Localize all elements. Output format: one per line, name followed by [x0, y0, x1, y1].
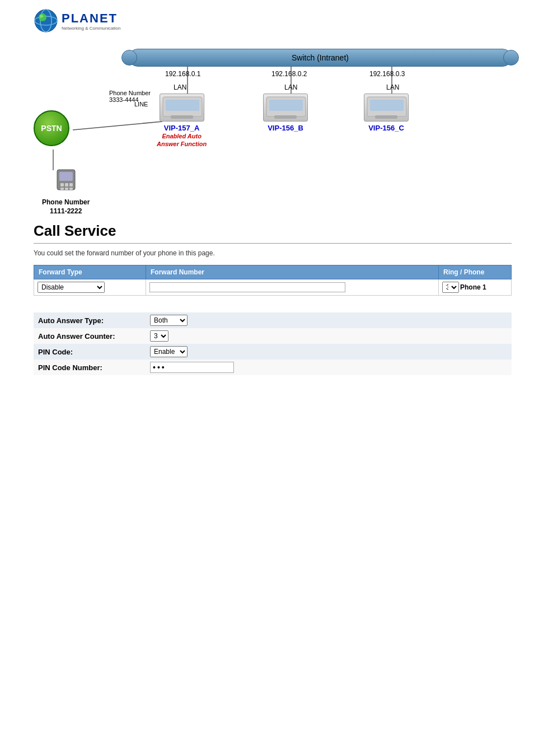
svg-rect-17 [370, 100, 404, 111]
logo-area: PLANET Networking & Communication [0, 0, 534, 38]
vip-b-label: VIP-156_B [263, 124, 308, 132]
vip-a-label: VIP-157_A [157, 124, 207, 132]
ring-phone-cell: 123 45 Phone 1 [439, 279, 512, 296]
vip-c-device [364, 94, 409, 122]
lan-label-b: LAN [284, 83, 297, 91]
page-description: You could set the forward number of your… [34, 249, 512, 257]
auto-answer-type-row: Auto Answer Type: Both VoIP PSTN Disable [34, 312, 512, 328]
pstn-area: PSTN [34, 110, 69, 146]
ip-label-a: 192.168.0.1 [165, 70, 200, 78]
ring-phone-inner: 123 45 Phone 1 [442, 282, 508, 293]
phone-label: Phone Number 1111-2222 [42, 198, 90, 216]
svg-rect-20 [59, 172, 73, 181]
svg-line-8 [73, 122, 162, 130]
pin-code-select[interactable]: Enable Disable [150, 346, 188, 357]
phone-text: Phone 1 [460, 283, 486, 291]
auto-answer-counter-label: Auto Answer Counter: [34, 328, 146, 344]
ring-select[interactable]: 123 45 [442, 282, 459, 293]
forward-type-select[interactable]: Disable Always Busy No Answer [38, 282, 105, 293]
pin-code-number-row: PIN Code Number: [34, 360, 512, 375]
ip-label-b: 192.168.0.2 [271, 70, 307, 78]
vip-b-device [263, 94, 308, 122]
col-forward-type: Forward Type [34, 265, 146, 279]
pin-code-number-value-cell [146, 360, 512, 375]
logo-text: PLANET Networking & Communication [62, 11, 120, 31]
forward-table: Forward Type Forward Number Ring / Phone… [34, 265, 512, 296]
svg-rect-26 [69, 188, 73, 190]
phone-area: Phone Number 1111-2222 [42, 166, 90, 216]
pin-code-row: PIN Code: Enable Disable [34, 344, 512, 360]
auto-answer-counter-value-cell: 123 45 [146, 328, 512, 344]
svg-rect-24 [60, 188, 64, 190]
svg-rect-23 [69, 183, 73, 186]
table-row: Disable Always Busy No Answer 123 45 [34, 279, 512, 296]
vip-a-area: VIP-157_A Enabled Auto Answer Function [157, 94, 207, 148]
planet-logo-icon [34, 8, 58, 33]
forward-number-input[interactable] [149, 282, 345, 292]
vip-a-device [160, 94, 204, 122]
vip-a-sub: Enabled Auto Answer Function [157, 132, 207, 148]
auto-answer-counter-select[interactable]: 123 45 [150, 330, 168, 342]
svg-rect-11 [166, 100, 199, 111]
vip-c-label: VIP-156_C [364, 124, 409, 132]
diagram-area: Switch (Intranet) 192.168.0.1 192.168.0.… [0, 38, 534, 211]
col-ring-phone: Ring / Phone [439, 265, 512, 279]
pin-code-number-input[interactable] [150, 362, 234, 373]
logo-sub-text: Networking & Communication [62, 26, 120, 31]
pin-code-value-cell: Enable Disable [146, 344, 512, 360]
auto-answer-counter-row: Auto Answer Counter: 123 45 [34, 328, 512, 344]
logo-planet-text: PLANET [62, 11, 120, 26]
svg-point-0 [35, 10, 57, 32]
switch-bar: Switch (Intranet) [129, 49, 512, 67]
svg-rect-12 [177, 115, 188, 119]
title-divider [34, 243, 512, 244]
lan-label-c: LAN [386, 83, 399, 91]
vip-c-area: VIP-156_C [364, 94, 409, 132]
pin-code-label: PIN Code: [34, 344, 146, 360]
phone-handset-icon [42, 166, 90, 198]
svg-rect-14 [269, 100, 303, 111]
switch-label: Switch (Intranet) [292, 53, 349, 62]
svg-rect-25 [65, 188, 68, 190]
forward-type-cell: Disable Always Busy No Answer [34, 279, 146, 296]
svg-rect-15 [280, 115, 292, 119]
svg-rect-21 [60, 183, 64, 186]
svg-rect-22 [65, 183, 68, 186]
main-content: Call Service You could set the forward n… [0, 211, 534, 386]
switch-circle-right [503, 50, 519, 66]
auto-answer-type-label: Auto Answer Type: [34, 312, 146, 328]
auto-answer-type-select[interactable]: Both VoIP PSTN Disable [150, 315, 188, 326]
logo-box: PLANET Networking & Communication [34, 8, 120, 33]
auto-answer-type-value-cell: Both VoIP PSTN Disable [146, 312, 512, 328]
pin-code-number-label: PIN Code Number: [34, 360, 146, 375]
col-forward-number: Forward Number [146, 265, 439, 279]
pstn-circle: PSTN [34, 110, 69, 146]
ip-label-c: 192.168.0.3 [369, 70, 405, 78]
line-label: LINE [134, 101, 148, 108]
lan-label-a: LAN [174, 83, 186, 91]
svg-point-4 [40, 15, 43, 18]
vip-b-area: VIP-156_B [263, 94, 308, 132]
auto-answer-table: Auto Answer Type: Both VoIP PSTN Disable… [34, 312, 512, 375]
forward-number-cell [146, 279, 439, 296]
switch-circle-left [121, 50, 137, 66]
svg-rect-18 [381, 115, 392, 119]
page-title: Call Service [34, 222, 512, 240]
